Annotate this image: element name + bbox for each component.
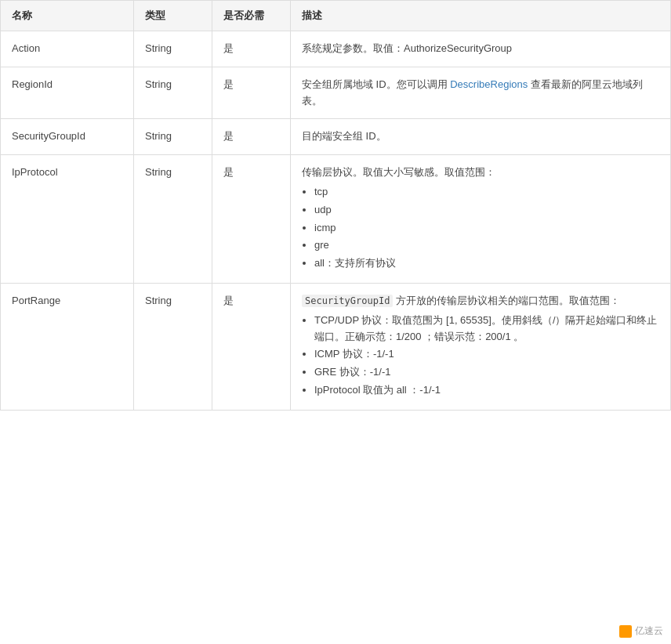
cell-type: String (134, 119, 212, 155)
cell-desc: 系统规定参数。取值：AuthorizeSecurityGroup (291, 31, 671, 67)
desc-list: tcpudpicmpgreall：支持所有协议 (314, 184, 659, 272)
cell-required: 是 (212, 155, 291, 284)
table-row: SecurityGroupIdString是目的端安全组 ID。 (1, 119, 671, 155)
table-row: RegionIdString是安全组所属地域 ID。您可以调用 Describe… (1, 67, 671, 119)
cell-type: String (134, 67, 212, 119)
table-container: 名称 类型 是否必需 描述 ActionString是系统规定参数。取值：Aut… (0, 0, 671, 411)
cell-required: 是 (212, 31, 291, 67)
api-params-table: 名称 类型 是否必需 描述 ActionString是系统规定参数。取值：Aut… (0, 0, 671, 411)
header-type: 类型 (134, 1, 212, 31)
cell-type: String (134, 283, 212, 410)
list-item: udp (314, 202, 659, 219)
cell-desc: SecurityGroupId 方开放的传输层协议相关的端口范围。取值范围：TC… (291, 283, 671, 410)
header-desc: 描述 (291, 1, 671, 31)
list-item: GRE 协议：-1/-1 (314, 364, 659, 381)
desc-list-complex: TCP/UDP 协议：取值范围为 [1, 65535]。使用斜线（/）隔开起始端… (314, 313, 659, 399)
list-item: icmp (314, 220, 659, 237)
cell-type: String (134, 155, 212, 284)
cell-required: 是 (212, 283, 291, 410)
header-required: 是否必需 (212, 1, 291, 31)
cell-name: PortRange (1, 283, 134, 410)
cell-name: SecurityGroupId (1, 119, 134, 155)
desc-intro: 传输层协议。取值大小写敏感。取值范围： (302, 166, 495, 178)
describe-regions-link[interactable]: DescribeRegions (450, 78, 528, 90)
table-row: ActionString是系统规定参数。取值：AuthorizeSecurity… (1, 31, 671, 67)
cell-desc: 目的端安全组 ID。 (291, 119, 671, 155)
cell-name: Action (1, 31, 134, 67)
cell-desc: 传输层协议。取值大小写敏感。取值范围：tcpudpicmpgreall：支持所有… (291, 155, 671, 284)
desc-intro-complex: SecurityGroupId 方开放的传输层协议相关的端口范围。取值范围： (302, 293, 659, 309)
list-item: ICMP 协议：-1/-1 (314, 346, 659, 363)
table-header-row: 名称 类型 是否必需 描述 (1, 1, 671, 31)
list-item: gre (314, 237, 659, 254)
table-row: PortRangeString是SecurityGroupId 方开放的传输层协… (1, 283, 671, 410)
list-item: TCP/UDP 协议：取值范围为 [1, 65535]。使用斜线（/）隔开起始端… (314, 313, 659, 346)
list-item: all：支持所有协议 (314, 255, 659, 272)
cell-required: 是 (212, 67, 291, 119)
cell-type: String (134, 31, 212, 67)
desc-code-inline: SecurityGroupId (302, 295, 393, 307)
list-item: IpProtocol 取值为 all ：-1/-1 (314, 382, 659, 399)
cell-desc: 安全组所属地域 ID。您可以调用 DescribeRegions 查看最新的阿里… (291, 67, 671, 119)
cell-name: IpProtocol (1, 155, 134, 284)
cell-required: 是 (212, 119, 291, 155)
desc-text-before-link: 安全组所属地域 ID。您可以调用 (302, 78, 450, 90)
header-name: 名称 (1, 1, 134, 31)
cell-name: RegionId (1, 67, 134, 119)
list-item: tcp (314, 184, 659, 201)
desc-after-code: 方开放的传输层协议相关的端口范围。取值范围： (393, 295, 620, 306)
table-row: IpProtocolString是传输层协议。取值大小写敏感。取值范围：tcpu… (1, 155, 671, 284)
